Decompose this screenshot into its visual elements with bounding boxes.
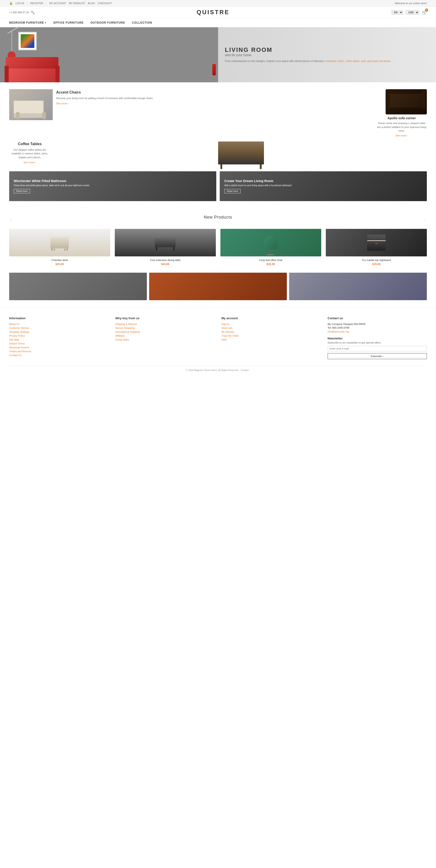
banner-bathroom-btn[interactable]: Read more (14, 189, 30, 193)
footer-account-col: My account Sign In View Cart My Wishlist… (222, 316, 321, 359)
footer-link-group[interactable]: Group Sales (115, 338, 214, 341)
newsletter-email-input[interactable] (328, 346, 427, 351)
footer-link-viewcart[interactable]: View Cart (222, 327, 321, 329)
product-name: Chamber desk (9, 259, 110, 261)
footer-link-contact[interactable]: Contact Us (9, 354, 108, 356)
banner-bathroom-content: Winchester White Fitted Bathroom Clean l… (9, 171, 216, 201)
footer-link-secure[interactable]: Secure Shopping (115, 327, 214, 329)
footer-link-template[interactable]: Template Settings (9, 331, 108, 333)
language-selector[interactable]: EN FR (392, 10, 403, 15)
my-account-link[interactable]: MY ACCOUNT (49, 2, 66, 5)
nav-label: BEDROOM FURNITURE (9, 21, 44, 24)
product-card[interactable]: Core extension dining table $43.00 (115, 229, 216, 266)
nav-office-furniture[interactable]: OFFICE FURNITURE (53, 20, 83, 25)
my-wishlist-link[interactable]: MY WISHLIST (69, 2, 85, 5)
site-logo[interactable]: QUISTRE (35, 9, 392, 16)
blog-link[interactable]: BLOG (88, 2, 95, 5)
contact-label: Contact - (241, 369, 250, 372)
footer-link-international[interactable]: International Shipping (115, 331, 214, 333)
products-prev-arrow[interactable]: ‹ (9, 216, 12, 223)
hero-links[interactable]: loveseats, chairs, coffee tables, sofa, … (325, 60, 391, 62)
phone-number: +1 800 598 97 29 (9, 11, 29, 14)
coffee-tables-content: Coffee Tables Our elegant coffee tables … (9, 142, 51, 164)
product-name: Coup teal office chair (221, 259, 322, 261)
lamp-illustration (7, 31, 12, 54)
footer-link-privacy[interactable]: Privacy Policy (9, 334, 108, 337)
banner-bathroom-desc: Clean lines and white gloss doors, tailo… (14, 184, 212, 187)
footer-link-customer[interactable]: Customer Service (9, 327, 108, 329)
chevron-down-icon: ▾ (45, 22, 46, 24)
footer-link-shipping[interactable]: Shipping & Returns (115, 323, 214, 326)
accent-chairs-see-more[interactable]: See more › (56, 102, 153, 105)
banner-living-room-btn[interactable]: Read more (224, 189, 241, 193)
hero-right: LIVING ROOM sets for your home From cont… (218, 27, 436, 82)
new-products-section: ‹ New Products › Chamber desk $23.00 (0, 208, 436, 273)
gallery-image-3 (289, 273, 427, 300)
footer-link-advanced-search[interactable]: Advanced Search (9, 346, 108, 349)
banner-living-room-desc: Add a stylish touch to your living space… (224, 184, 422, 187)
header-phone: +1 800 598 97 29 🔍 (9, 10, 35, 14)
banner-section: Winchester White Fitted Bathroom Clean l… (0, 171, 436, 208)
lock-icon: 🔒 (9, 1, 13, 5)
footer-link-sitemap[interactable]: Site Map (9, 338, 108, 341)
footer-grid: Information About Us Customer Service Te… (9, 316, 427, 359)
footer-email[interactable]: Info@demosite.org (328, 330, 349, 333)
footer-tel: Tel: 800-2345-6789 (328, 326, 427, 329)
footer-link-about[interactable]: About Us (9, 323, 108, 326)
vase (212, 64, 216, 75)
apollo-sofa-image (385, 89, 427, 115)
product-card[interactable]: Chamber desk $23.00 (9, 229, 110, 266)
coffee-tables-see-more[interactable]: See more › (9, 161, 51, 164)
subscribe-button[interactable]: Subscribe › (328, 353, 427, 359)
banner-living-room[interactable]: Create Your Dream Living Room Add a styl… (220, 171, 427, 201)
footer-link-search-terms[interactable]: Search Terms (9, 342, 108, 345)
footer-link-wishlist[interactable]: My Wishlist (222, 331, 321, 333)
chairs-section: Accent Chairs Recamp your living room by… (0, 82, 436, 139)
nav-label: COLLECTION (132, 21, 152, 24)
footer-link-track[interactable]: Track My Order (222, 334, 321, 337)
apollo-sofa-title: Apollo sofa corner (376, 116, 427, 120)
product-image (326, 229, 427, 256)
product-image (9, 229, 110, 256)
register-link[interactable]: REGISTER (30, 2, 43, 5)
separator2: | (46, 2, 46, 5)
product-price: $23.00 (9, 262, 110, 266)
header-right: EN FR USD EUR 🛒 0 (392, 10, 427, 15)
footer-link-orders[interactable]: Orders and Returns (9, 350, 108, 353)
footer-information-col: Information About Us Customer Service Te… (9, 316, 108, 359)
banner-bathroom-title: Winchester White Fitted Bathroom (14, 179, 212, 183)
top-bar: 🔒 LOG IN | REGISTER | MY ACCOUNT MY WISH… (0, 0, 436, 6)
footer-information-title: Information (9, 316, 108, 320)
cart-icon[interactable]: 🛒 0 (422, 10, 427, 15)
header: +1 800 598 97 29 🔍 QUISTRE EN FR USD EUR… (0, 6, 436, 18)
nav-outdoor-furniture[interactable]: OUTDOOR FURNITURE (91, 20, 125, 25)
search-icon[interactable]: 🔍 (31, 10, 35, 14)
hero-subtitle: sets for your home (225, 53, 391, 57)
products-next-arrow[interactable]: › (424, 216, 427, 223)
footer-link-help[interactable]: Help (222, 338, 321, 341)
hero-title: LIVING ROOM (225, 46, 391, 53)
nav-collection[interactable]: COLLECTION (132, 20, 152, 25)
accent-chair-image (9, 89, 53, 120)
apollo-sofa-see-more[interactable]: See more › (376, 134, 427, 137)
product-card[interactable]: Tux marble top nightstand $15.00 (326, 229, 427, 266)
arrow-right-icon: › (407, 134, 408, 137)
footer-link-signin[interactable]: Sign In (222, 323, 321, 326)
footer-account-title: My account (222, 316, 321, 320)
hero-content: LIVING ROOM sets for your home From cont… (225, 46, 391, 63)
coffee-tables-section: Coffee Tables Our elegant coffee tables … (0, 139, 436, 171)
login-link[interactable]: LOG IN (15, 2, 24, 5)
accent-chairs-title: Accent Chairs (56, 90, 153, 94)
copyright: © 2024 Magento Theme Store. All Rights R… (186, 369, 238, 372)
currency-selector[interactable]: USD EUR (406, 10, 419, 15)
coffee-table-image (55, 142, 427, 164)
nav-bedroom-furniture[interactable]: BEDROOM FURNITURE ▾ (9, 20, 46, 25)
sofa-illustration (5, 59, 60, 82)
footer-why-title: Why buy from us (115, 316, 214, 320)
product-card[interactable]: Coup teal office chair $15.00 (221, 229, 322, 266)
checkout-link[interactable]: CHECKOUT (98, 2, 112, 5)
newsletter-desc: Subscribe to our newsletter to get speci… (328, 341, 427, 344)
product-price: $15.00 (326, 262, 427, 266)
footer-link-affiliates[interactable]: Affiliates (115, 334, 214, 337)
banner-bathroom[interactable]: Winchester White Fitted Bathroom Clean l… (9, 171, 216, 201)
